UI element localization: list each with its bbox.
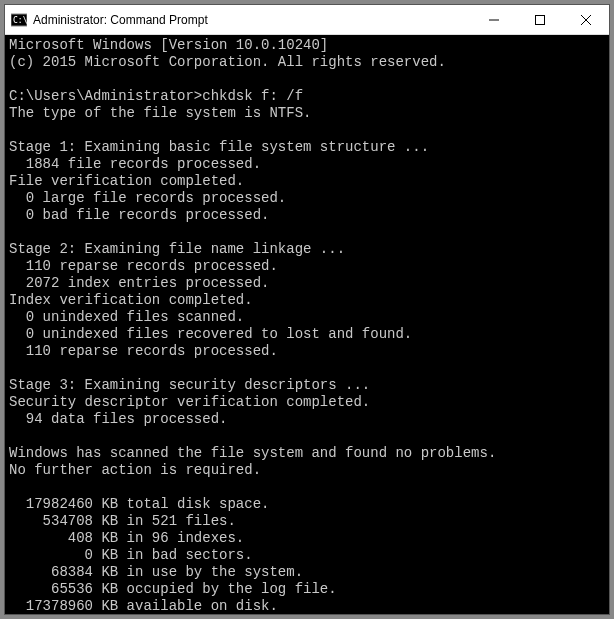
terminal-line: Security descriptor verification complet… xyxy=(9,394,605,411)
cmd-icon: C:\ xyxy=(11,12,27,28)
terminal-line: 110 reparse records processed. xyxy=(9,258,605,275)
minimize-button[interactable] xyxy=(471,5,517,34)
terminal-line xyxy=(9,122,605,139)
terminal-line xyxy=(9,360,605,377)
terminal-line: Windows has scanned the file system and … xyxy=(9,445,605,462)
terminal-line: C:\Users\Administrator>chkdsk f: /f xyxy=(9,88,605,105)
titlebar[interactable]: C:\ Administrator: Command Prompt xyxy=(5,5,609,35)
terminal-line: File verification completed. xyxy=(9,173,605,190)
terminal-line: 68384 KB in use by the system. xyxy=(9,564,605,581)
terminal-line: 0 unindexed files recovered to lost and … xyxy=(9,326,605,343)
terminal-line: No further action is required. xyxy=(9,462,605,479)
terminal-line xyxy=(9,479,605,496)
terminal-line: Stage 3: Examining security descriptors … xyxy=(9,377,605,394)
window-frame: C:\ Administrator: Command Prompt Micros… xyxy=(4,4,610,615)
svg-text:C:\: C:\ xyxy=(13,16,27,25)
terminal-line: 17378960 KB available on disk. xyxy=(9,598,605,614)
terminal-line: 110 reparse records processed. xyxy=(9,343,605,360)
terminal-line: Microsoft Windows [Version 10.0.10240] xyxy=(9,37,605,54)
maximize-button[interactable] xyxy=(517,5,563,34)
terminal-line: 94 data files processed. xyxy=(9,411,605,428)
window-controls xyxy=(471,5,609,34)
terminal-line: 0 unindexed files scanned. xyxy=(9,309,605,326)
terminal-line: 0 KB in bad sectors. xyxy=(9,547,605,564)
terminal-line: Stage 2: Examining file name linkage ... xyxy=(9,241,605,258)
terminal-line: (c) 2015 Microsoft Corporation. All righ… xyxy=(9,54,605,71)
terminal-line: 408 KB in 96 indexes. xyxy=(9,530,605,547)
terminal-line: The type of the file system is NTFS. xyxy=(9,105,605,122)
svg-rect-3 xyxy=(536,15,545,24)
terminal-line: 1884 file records processed. xyxy=(9,156,605,173)
terminal-line xyxy=(9,224,605,241)
close-button[interactable] xyxy=(563,5,609,34)
terminal-line xyxy=(9,71,605,88)
terminal-output[interactable]: Microsoft Windows [Version 10.0.10240](c… xyxy=(5,35,609,614)
terminal-line: Stage 1: Examining basic file system str… xyxy=(9,139,605,156)
terminal-line: 534708 KB in 521 files. xyxy=(9,513,605,530)
terminal-line: 0 bad file records processed. xyxy=(9,207,605,224)
terminal-line: 2072 index entries processed. xyxy=(9,275,605,292)
terminal-line xyxy=(9,428,605,445)
terminal-line: 17982460 KB total disk space. xyxy=(9,496,605,513)
terminal-line: 0 large file records processed. xyxy=(9,190,605,207)
terminal-line: Index verification completed. xyxy=(9,292,605,309)
terminal-line: 65536 KB occupied by the log file. xyxy=(9,581,605,598)
window-title: Administrator: Command Prompt xyxy=(33,13,471,27)
